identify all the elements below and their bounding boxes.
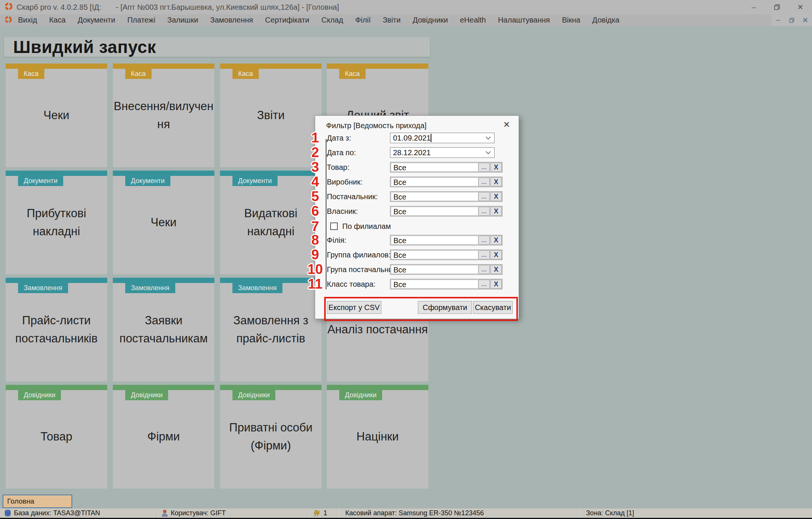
lookup-clear-button[interactable]: X: [490, 177, 502, 186]
menu-items: ВихідКасаДокументиПлатежіЗалишкиЗамовлен…: [12, 16, 625, 24]
tab-label: Головна: [7, 497, 34, 505]
lookup-browse-button[interactable]: ...: [478, 236, 490, 245]
tile-r4c3[interactable]: ДовідникиПриватні особи (Фірми): [220, 385, 322, 489]
chevron-down-icon[interactable]: [486, 136, 491, 140]
menu-item-13[interactable]: Вікна: [556, 16, 586, 24]
menu-item-11[interactable]: eHealth: [454, 16, 492, 24]
tile-r2c1[interactable]: ДокументиПрибуткові накладні: [6, 171, 107, 274]
text-caret: [431, 134, 431, 142]
lookup-value[interactable]: Все: [391, 265, 478, 274]
lookup-clear-button[interactable]: X: [490, 207, 502, 216]
menu-item-3[interactable]: Платежі: [121, 16, 161, 24]
annotation-connector-line: [326, 139, 326, 289]
tile-label: Заявки постачальникам: [113, 278, 214, 381]
menu-item-7[interactable]: Склад: [316, 16, 349, 24]
restore-icon: [774, 4, 780, 10]
tile-r4c2[interactable]: ДовідникиФірми: [113, 385, 214, 489]
lookup-clear-button[interactable]: X: [490, 236, 502, 245]
tile-r1c2[interactable]: КасаВнесення/вилучен ня: [113, 64, 214, 167]
lookup-value[interactable]: Все: [391, 207, 478, 216]
tile-label: Чеки: [113, 171, 214, 274]
annotation-number-3: 3: [305, 159, 326, 175]
menu-item-2[interactable]: Документи: [72, 16, 121, 24]
menu-item-10[interactable]: Довідники: [407, 16, 454, 24]
annotation-number-11: 11: [305, 276, 326, 292]
lookup-browse-button[interactable]: ...: [478, 250, 490, 259]
checkbox-label: По филиалам: [342, 221, 391, 231]
tile-r3c2[interactable]: ЗамовленняЗаявки постачальникам: [113, 278, 214, 381]
lookup-clear-button[interactable]: X: [490, 163, 502, 172]
menu-item-8[interactable]: Філії: [349, 16, 376, 24]
dialog-row-6: 6Власник:Все...X: [315, 206, 519, 216]
lookup-clear-button[interactable]: X: [490, 250, 502, 259]
dialog-row-8: 8Філія:Все...X: [315, 235, 519, 245]
tile-label: Фірми: [113, 385, 214, 489]
tile-label: Приватні особи (Фірми): [220, 385, 322, 489]
lookup-value[interactable]: Все: [391, 236, 478, 245]
tab-holovna[interactable]: Головна: [3, 495, 72, 508]
menu-item-0[interactable]: Вихід: [12, 16, 43, 24]
date-value: 28.12.2021: [393, 148, 486, 157]
menu-item-4[interactable]: Залишки: [161, 16, 204, 24]
date-combo[interactable]: 01.09.2021: [390, 133, 495, 143]
menu-item-6[interactable]: Сертифікати: [259, 16, 316, 24]
status-text: Користувач: GIFT: [171, 509, 226, 517]
lookup-value[interactable]: Все: [391, 280, 478, 289]
lookup-field: Все...X: [390, 177, 502, 187]
child-minimize-button[interactable]: –: [771, 14, 785, 26]
restore-button[interactable]: [765, 0, 789, 14]
menu-item-5[interactable]: Замовлення: [204, 16, 259, 24]
close-button[interactable]: ✕: [789, 0, 812, 14]
minimize-button[interactable]: –: [742, 0, 765, 14]
generate-button[interactable]: Сформувати: [418, 301, 472, 314]
field-label: Постачальник:: [327, 191, 378, 202]
child-close-button[interactable]: ✕: [798, 14, 812, 26]
tile-r2c2[interactable]: ДокументиЧеки: [113, 171, 214, 274]
child-restore-button[interactable]: [785, 14, 798, 26]
lookup-value[interactable]: Все: [391, 177, 478, 186]
checkbox-po-filialam[interactable]: [330, 222, 338, 230]
annotation-number-9: 9: [305, 247, 326, 263]
lookup-browse-button[interactable]: ...: [478, 163, 490, 172]
menu-item-9[interactable]: Звіти: [377, 16, 407, 24]
export-csv-button[interactable]: Експорт у CSV: [327, 301, 381, 314]
lookup-value[interactable]: Все: [391, 192, 478, 201]
lookup-field: Все...X: [390, 235, 502, 245]
dialog-row-2: 2Дата по:28.12.2021: [315, 147, 519, 158]
lookup-value[interactable]: Все: [391, 163, 478, 172]
lookup-browse-button[interactable]: ...: [478, 177, 490, 186]
field-label: Класс товара:: [327, 279, 375, 289]
tile-r4c4[interactable]: ДовідникиНацінки: [327, 385, 428, 489]
lookup-clear-button[interactable]: X: [490, 265, 502, 274]
lookup-field: Все...X: [390, 279, 502, 289]
tile-r1c1[interactable]: КасаЧеки: [6, 64, 107, 167]
lookup-clear-button[interactable]: X: [490, 192, 502, 201]
menu-item-14[interactable]: Довідка: [586, 16, 625, 24]
tile-label: Товар: [6, 385, 107, 489]
lookup-browse-button[interactable]: ...: [478, 192, 490, 201]
field-label: Товар:: [327, 162, 349, 172]
status-text: Зона: Склад [1]: [586, 509, 634, 517]
mdi-child-controls: – ✕: [771, 14, 812, 26]
menu-item-1[interactable]: Каса: [43, 16, 72, 24]
tile-r4c1[interactable]: ДовідникиТовар: [6, 385, 107, 489]
dialog-close-icon[interactable]: ✕: [501, 120, 512, 130]
tile-r3c3[interactable]: ЗамовленняЗамовлення з прайс-листів: [220, 278, 322, 381]
cancel-button[interactable]: Скасувати: [473, 301, 513, 314]
lookup-clear-button[interactable]: X: [490, 280, 502, 289]
chevron-down-icon[interactable]: [486, 151, 491, 154]
menu-item-12[interactable]: Налаштування: [492, 16, 556, 24]
quick-launch-header: Швидкий запуск: [4, 37, 430, 57]
lookup-field: Все...X: [390, 264, 502, 275]
lookup-browse-button[interactable]: ...: [478, 265, 490, 274]
lookup-browse-button[interactable]: ...: [478, 280, 490, 289]
status-text: База даних: TASA3@TITAN: [14, 509, 100, 517]
tile-label: Внесення/вилучен ня: [113, 64, 214, 167]
tile-label: Чеки: [6, 64, 107, 167]
date-combo[interactable]: 28.12.2021: [390, 147, 495, 158]
status-bar: База даних: TASA3@TITANКористувач: GIFT1…: [0, 508, 812, 518]
tile-r3c1[interactable]: ЗамовленняПрайс-листи постачальників: [6, 278, 107, 381]
lookup-browse-button[interactable]: ...: [478, 207, 490, 216]
child-restore-icon: [789, 18, 794, 23]
lookup-value[interactable]: Все: [391, 250, 478, 259]
